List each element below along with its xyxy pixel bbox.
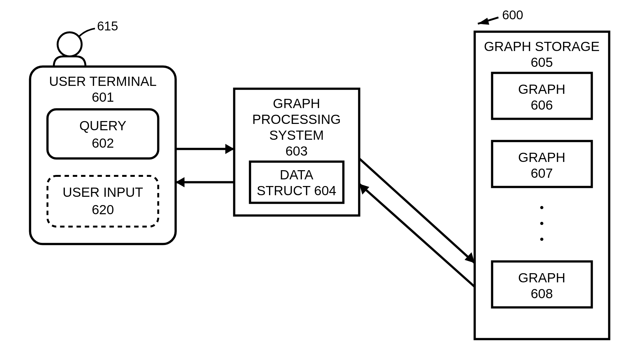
svg-line-12 <box>359 184 475 287</box>
user-input-box: USER INPUT 620 <box>47 176 158 227</box>
graph-607-box: GRAPH 607 <box>492 141 592 187</box>
graph-606-box: GRAPH 606 <box>492 73 592 119</box>
svg-point-19 <box>540 238 543 241</box>
figure-ref-arrow: 600 <box>478 8 523 25</box>
graph-606-title: GRAPH <box>518 82 565 97</box>
svg-point-18 <box>540 222 543 225</box>
user-input-ref: 620 <box>92 202 114 217</box>
query-ref: 602 <box>92 136 114 151</box>
svg-marker-22 <box>478 18 489 25</box>
graph-storage-box: GRAPH STORAGE 605 GRAPH 606 GRAPH 607 GR… <box>475 32 609 339</box>
arrow-graph608-to-processing <box>359 184 475 287</box>
processing-line2: PROCESSING <box>252 112 341 127</box>
user-icon: 615 <box>54 19 118 67</box>
graph-processing-box: GRAPH PROCESSING SYSTEM 603 DATA STRUCT … <box>234 89 359 215</box>
svg-rect-3 <box>47 176 158 227</box>
graph-ellipsis <box>540 206 543 241</box>
arrow-processing-to-graph608 <box>359 158 475 263</box>
query-box: QUERY 602 <box>47 109 158 158</box>
svg-point-0 <box>58 32 82 56</box>
user-terminal-title: USER TERMINAL <box>49 74 157 89</box>
diagram-svg: 615 USER TERMINAL 601 QUERY 602 USER INP… <box>0 0 644 360</box>
graph-608-title: GRAPH <box>518 270 565 285</box>
graph-607-ref: 607 <box>531 166 553 181</box>
user-input-title: USER INPUT <box>63 185 143 200</box>
graph-608-ref: 608 <box>531 286 553 301</box>
data-struct-box: DATA STRUCT 604 <box>250 162 343 203</box>
arrow-terminal-to-processing <box>176 144 234 154</box>
graph-606-ref: 606 <box>531 98 553 113</box>
processing-ref: 603 <box>285 144 308 158</box>
figure-ref-label: 600 <box>502 8 523 22</box>
user-terminal-ref: 601 <box>92 90 114 105</box>
user-terminal-box: USER TERMINAL 601 QUERY 602 USER INPUT 6… <box>30 67 176 244</box>
graph-608-box: GRAPH 608 <box>492 261 592 307</box>
graph-storage-ref: 605 <box>531 55 553 70</box>
data-struct-line2: STRUCT 604 <box>257 183 336 198</box>
svg-line-10 <box>359 158 475 263</box>
graph-607-title: GRAPH <box>518 150 565 165</box>
svg-marker-5 <box>225 144 234 154</box>
user-icon-ref: 615 <box>97 19 118 33</box>
query-title: QUERY <box>79 118 127 133</box>
processing-line3: SYSTEM <box>269 128 324 143</box>
data-struct-line1: DATA <box>280 167 313 182</box>
svg-point-17 <box>540 206 543 209</box>
svg-marker-7 <box>176 177 184 187</box>
svg-rect-2 <box>47 109 158 158</box>
arrow-processing-to-terminal <box>176 177 234 187</box>
processing-line1: GRAPH <box>273 96 320 111</box>
graph-storage-title: GRAPH STORAGE <box>484 39 600 54</box>
